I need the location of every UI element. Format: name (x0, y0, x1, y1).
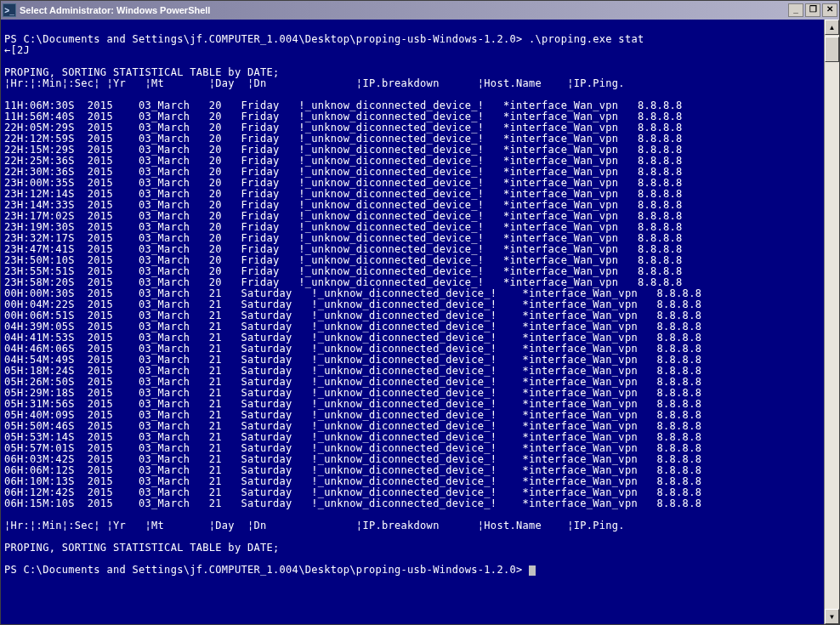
content-area: PS C:\Documents and Settings\jf.COMPUTER… (1, 20, 839, 624)
scrollbar-track[interactable] (825, 35, 839, 609)
scrollbar-thumb[interactable] (825, 37, 839, 62)
maximize-button[interactable]: ❐ (805, 3, 820, 17)
window-controls: _ ❐ ✕ (788, 3, 837, 17)
window-title: Select Administrator: Windows PowerShell (20, 5, 788, 15)
close-button[interactable]: ✕ (822, 3, 837, 17)
minimize-button[interactable]: _ (788, 3, 803, 17)
scroll-down-button[interactable]: ▼ (825, 609, 839, 624)
vertical-scrollbar[interactable]: ▲ ▼ (824, 20, 839, 624)
titlebar[interactable]: >_ Select Administrator: Windows PowerSh… (1, 1, 839, 20)
powershell-window: >_ Select Administrator: Windows PowerSh… (0, 0, 840, 625)
text-cursor (529, 565, 536, 576)
scroll-up-button[interactable]: ▲ (825, 20, 839, 35)
powershell-icon: >_ (3, 3, 16, 17)
console-output[interactable]: PS C:\Documents and Settings\jf.COMPUTER… (1, 20, 824, 624)
